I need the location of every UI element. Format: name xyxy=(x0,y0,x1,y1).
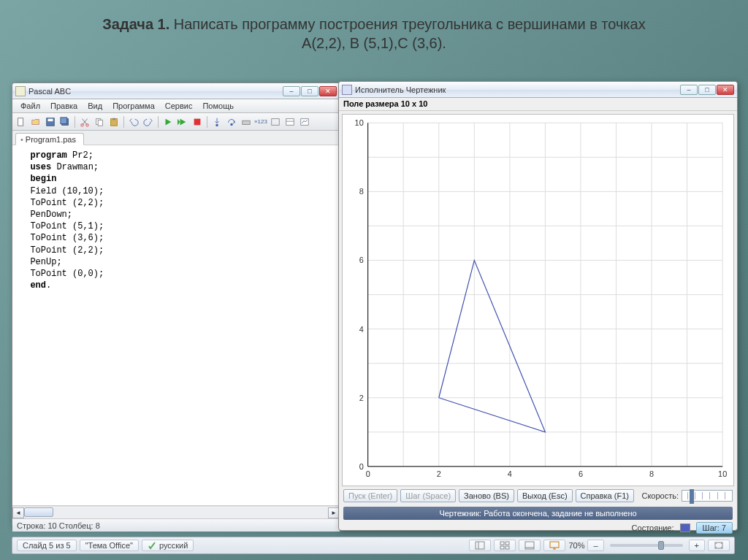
svg-text:10: 10 xyxy=(718,469,727,478)
svg-rect-16 xyxy=(286,118,294,125)
titlebar-right[interactable]: Исполнитель Чертежник – □ ✕ xyxy=(339,82,737,98)
fit-to-window-icon[interactable] xyxy=(708,540,730,551)
color-swatch xyxy=(680,523,690,532)
zoom-slider[interactable] xyxy=(610,544,683,547)
svg-text:2: 2 xyxy=(359,394,364,402)
maximize-button[interactable]: □ xyxy=(698,85,716,95)
minimize-button[interactable]: – xyxy=(680,85,698,95)
undo-icon[interactable] xyxy=(127,115,140,129)
svg-rect-59 xyxy=(500,546,504,549)
separator-icon xyxy=(123,116,124,128)
menu-file[interactable]: Файл xyxy=(15,100,45,112)
scroll-left-button[interactable]: ◄ xyxy=(12,507,24,518)
file-tab[interactable]: •Program1.pas xyxy=(15,133,84,145)
svg-rect-14 xyxy=(243,120,251,124)
heading-bold: Задача 1. xyxy=(102,16,169,32)
menu-program[interactable]: Программа xyxy=(107,100,160,112)
zoom-value: 70% xyxy=(568,541,584,550)
scroll-thumb[interactable] xyxy=(24,507,53,517)
cut-icon[interactable] xyxy=(78,115,91,129)
exit-button[interactable]: Выход (Esc) xyxy=(517,489,573,502)
svg-rect-60 xyxy=(505,546,509,549)
view-icon[interactable] xyxy=(269,115,282,129)
drawing-canvas: 02468100246810 xyxy=(342,114,734,486)
separator-icon xyxy=(207,116,207,128)
start-button[interactable]: Пуск (Enter) xyxy=(343,489,397,502)
speed-slider[interactable] xyxy=(682,490,733,502)
chart-svg: 02468100246810 xyxy=(343,115,733,486)
save-icon[interactable] xyxy=(44,115,57,129)
output-icon[interactable] xyxy=(283,115,297,129)
view-slideshow-icon[interactable] xyxy=(543,540,565,551)
view-normal-icon[interactable] xyxy=(469,540,491,551)
svg-rect-2 xyxy=(48,118,53,121)
tabbar: •Program1.pas xyxy=(12,131,340,145)
svg-text:6: 6 xyxy=(579,469,583,478)
open-file-icon[interactable] xyxy=(29,115,42,129)
stop-icon[interactable] xyxy=(191,115,204,129)
titlebar-left[interactable]: Pascal ABC – □ ✕ xyxy=(12,83,340,99)
reset-button[interactable]: Заново (BS) xyxy=(459,489,514,502)
window-pascal-abc: Pascal ABC – □ ✕ Файл Правка Вид Програм… xyxy=(12,83,340,526)
heading-rest: Написать программу построения треугольни… xyxy=(169,16,645,32)
maximize-button[interactable]: □ xyxy=(301,86,318,96)
svg-rect-58 xyxy=(505,542,509,545)
save-all-icon[interactable] xyxy=(58,115,72,129)
redo-icon[interactable] xyxy=(142,115,155,129)
var-icon[interactable]: »123 xyxy=(254,115,267,129)
zoom-out-button[interactable]: – xyxy=(587,540,603,551)
svg-text:0: 0 xyxy=(366,469,370,478)
minimize-button[interactable]: – xyxy=(283,86,300,96)
button-row: Пуск (Enter) Шаг (Space) Заново (BS) Вых… xyxy=(339,486,737,505)
window-title-right: Исполнитель Чертежник xyxy=(355,85,680,94)
close-button[interactable]: ✕ xyxy=(319,86,337,96)
zoom-in-button[interactable]: + xyxy=(689,540,705,551)
drawing-icon[interactable] xyxy=(298,115,311,129)
svg-text:10: 10 xyxy=(355,118,364,127)
code-editor[interactable]: program Pr2; uses Drawman; begin Field (… xyxy=(12,145,340,506)
copy-icon[interactable] xyxy=(93,115,106,129)
paste-icon[interactable] xyxy=(107,115,121,129)
menu-edit[interactable]: Правка xyxy=(45,100,83,112)
view-sorter-icon[interactable] xyxy=(494,540,516,551)
new-file-icon[interactable] xyxy=(15,115,28,129)
horizontal-scrollbar[interactable]: ◄ ► xyxy=(12,506,340,518)
svg-point-12 xyxy=(215,123,218,126)
slide-background: Задача 1. Написать программу построения … xyxy=(0,0,748,560)
compile-icon[interactable] xyxy=(240,115,253,129)
svg-text:0: 0 xyxy=(359,462,364,471)
step-into-icon[interactable] xyxy=(210,115,224,129)
run2-icon[interactable] xyxy=(176,115,189,129)
svg-rect-63 xyxy=(550,542,559,548)
slide-counter: Слайд 5 из 5 xyxy=(17,540,77,551)
theme-name: "Тема Office" xyxy=(80,540,139,551)
close-button[interactable]: ✕ xyxy=(717,85,734,95)
svg-rect-15 xyxy=(272,118,280,125)
drawman-footer: Состояние: Шаг: 7 xyxy=(339,520,737,536)
toolbar: »123 xyxy=(12,113,340,131)
drawman-icon xyxy=(342,85,352,95)
svg-rect-18 xyxy=(301,118,309,125)
svg-rect-55 xyxy=(476,542,484,549)
menu-view[interactable]: Вид xyxy=(83,100,107,112)
menu-help[interactable]: Помощь xyxy=(197,100,239,112)
scroll-track[interactable] xyxy=(24,507,328,518)
step-button[interactable]: Шаг (Space) xyxy=(400,489,456,502)
field-label: Поле размера 10 x 10 xyxy=(339,98,737,111)
zoom-thumb[interactable] xyxy=(658,541,664,550)
speed-thumb[interactable] xyxy=(690,489,694,504)
state-label: Состояние: xyxy=(632,523,674,532)
separator-icon xyxy=(75,116,75,128)
svg-text:8: 8 xyxy=(649,469,654,478)
drawman-status: Чертежник: Работа окончена, задание не в… xyxy=(343,507,733,520)
help-button[interactable]: Справка (F1) xyxy=(576,489,634,502)
step-over-icon[interactable] xyxy=(225,115,238,129)
svg-text:4: 4 xyxy=(508,469,512,478)
app-icon xyxy=(15,86,26,96)
view-reading-icon[interactable] xyxy=(519,540,541,551)
app-statusbar: Слайд 5 из 5 "Тема Office" русский 70% –… xyxy=(12,537,735,554)
language-indicator[interactable]: русский xyxy=(142,540,194,551)
menu-service[interactable]: Сервис xyxy=(160,100,198,112)
run-icon[interactable] xyxy=(161,115,175,129)
window-title-left: Pascal ABC xyxy=(28,87,283,96)
